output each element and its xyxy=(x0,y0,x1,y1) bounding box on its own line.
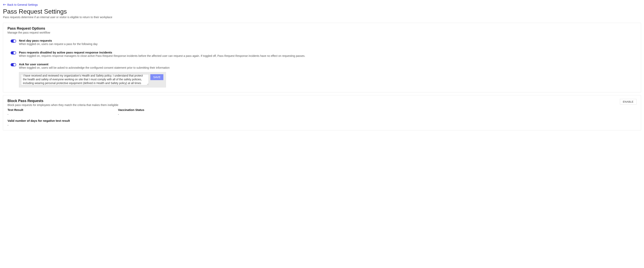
option-disable-by-incident: Pass requests disabled by active pass re… xyxy=(8,51,636,58)
options-card-subtitle: Manage the pass request workflow xyxy=(8,31,636,34)
save-button[interactable]: SAVE xyxy=(150,74,163,80)
page-subtitle: Pass requests determine if an internal u… xyxy=(3,16,641,19)
page-title: Pass Request Settings xyxy=(3,8,641,15)
option-desc: When toggled on, requires response manag… xyxy=(19,54,636,58)
toggle-next-day[interactable] xyxy=(11,40,16,43)
criteria-valid-days-value: - xyxy=(8,124,106,127)
option-user-consent: Ask for user consent When toggled on, us… xyxy=(8,62,636,88)
enable-button[interactable]: ENABLE xyxy=(620,99,636,104)
option-next-day: Next day pass requests When toggled on, … xyxy=(8,39,636,46)
block-card: Block Pass Requests Block pass requests … xyxy=(3,95,641,130)
option-title: Ask for user consent xyxy=(19,62,636,66)
arrow-left-icon xyxy=(3,3,6,6)
options-card: Pass Request Options Manage the pass req… xyxy=(3,23,641,92)
criteria-vaccination-value: - xyxy=(118,113,217,116)
criteria-grid: Test Result - Valid number of days for n… xyxy=(8,108,636,127)
option-desc: When toggled on, users can request a pas… xyxy=(19,42,636,46)
criteria-test-result-value: - xyxy=(8,113,106,116)
criteria-test-result-label: Test Result xyxy=(8,108,106,112)
criteria-vaccination-label: Vaccination Status xyxy=(118,108,217,112)
back-to-general-settings-link[interactable]: Back to General Settings xyxy=(3,3,38,6)
consent-textarea[interactable] xyxy=(21,74,149,85)
criteria-valid-days-label: Valid number of days for negative test r… xyxy=(8,119,106,122)
block-card-subtitle: Block pass requests for employees when t… xyxy=(8,104,118,106)
options-card-title: Pass Request Options xyxy=(8,26,636,30)
option-title: Pass requests disabled by active pass re… xyxy=(19,51,636,54)
toggle-user-consent[interactable] xyxy=(11,63,16,66)
back-link-label: Back to General Settings xyxy=(7,3,38,6)
consent-editor: SAVE xyxy=(19,72,166,88)
block-card-title: Block Pass Requests xyxy=(8,99,118,103)
option-desc: When toggled on, users will be asked to … xyxy=(19,66,636,69)
toggle-disable-by-incident[interactable] xyxy=(11,51,16,54)
option-title: Next day pass requests xyxy=(19,39,636,42)
